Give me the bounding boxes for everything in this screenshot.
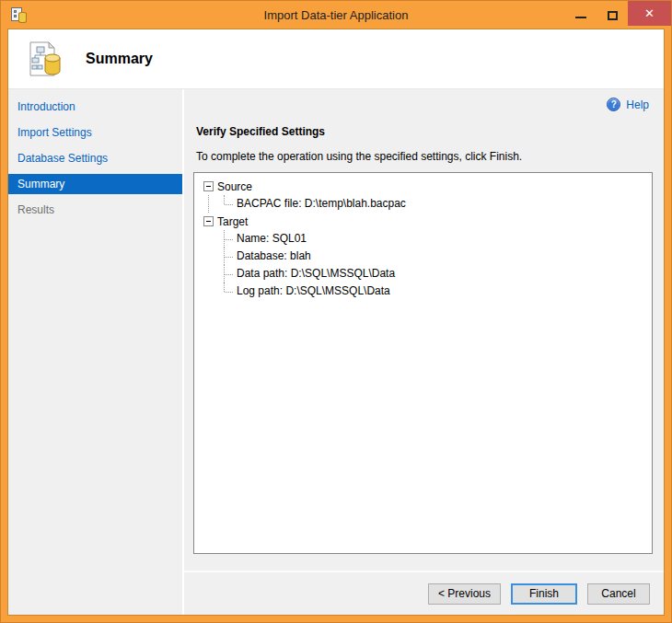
tree-collapse-icon[interactable] xyxy=(203,181,214,191)
tree-children-group: BACPAC file: D:\temp\blah.bacpac xyxy=(194,195,648,213)
tree-collapse-icon[interactable] xyxy=(203,216,214,226)
maximize-button[interactable] xyxy=(597,1,628,29)
tree-leaf-item[interactable]: Data path: D:\SQL\MSSQL\Data xyxy=(194,265,648,283)
tree-leaf-item[interactable]: Name: SQL01 xyxy=(194,230,648,248)
tree-leaf-item[interactable]: BACPAC file: D:\temp\blah.bacpac xyxy=(194,195,648,213)
page-title: Summary xyxy=(86,51,153,67)
import-data-tier-application-window: Import Data-tier Application ✕ Summary xyxy=(0,0,672,623)
tree-node-label: Source xyxy=(217,180,252,193)
close-button[interactable]: ✕ xyxy=(628,1,671,26)
tree-node-source[interactable]: Source xyxy=(194,178,648,195)
wizard-body: IntroductionImport SettingsDatabase Sett… xyxy=(8,89,664,615)
wizard-steps-sidebar: IntroductionImport SettingsDatabase Sett… xyxy=(8,89,184,615)
tree-children-group: Name: SQL01Database: blahData path: D:\S… xyxy=(194,230,648,300)
wizard-header: Summary xyxy=(8,29,664,89)
previous-button[interactable]: < Previous xyxy=(428,583,501,605)
window-body: Summary IntroductionImport SettingsDatab… xyxy=(7,29,665,616)
content-pane: ? Help Verify Specified Settings To comp… xyxy=(184,89,664,615)
close-icon: ✕ xyxy=(644,7,655,19)
maximize-icon xyxy=(608,11,618,20)
cancel-button[interactable]: Cancel xyxy=(587,583,650,605)
tree-leaf-item[interactable]: Log path: D:\SQL\MSSQL\Data xyxy=(194,283,648,300)
finish-button[interactable]: Finish xyxy=(511,583,577,605)
minimize-button[interactable] xyxy=(565,1,597,29)
content-main: ? Help Verify Specified Settings To comp… xyxy=(184,89,664,571)
help-row: ? Help xyxy=(184,89,664,111)
sidebar-item-results: Results xyxy=(8,200,182,220)
help-link[interactable]: Help xyxy=(626,98,649,111)
verify-settings-heading: Verify Specified Settings xyxy=(196,125,664,138)
sidebar-item-import-settings[interactable]: Import Settings xyxy=(8,122,182,143)
tree-leaf-item[interactable]: Database: blah xyxy=(194,248,648,265)
summary-page-icon xyxy=(25,40,64,78)
verify-settings-description: To complete the operation using the spec… xyxy=(196,150,664,163)
settings-tree[interactable]: SourceBACPAC file: D:\temp\blah.bacpacTa… xyxy=(193,172,653,554)
tree-node-target[interactable]: Target xyxy=(194,213,648,230)
sidebar-item-summary[interactable]: Summary xyxy=(8,174,182,194)
tree-node-label: Target xyxy=(217,215,248,228)
sidebar-item-introduction[interactable]: Introduction xyxy=(8,97,182,117)
footer-button-bar: < Previous Finish Cancel xyxy=(184,571,664,615)
sidebar-item-database-settings[interactable]: Database Settings xyxy=(8,148,182,168)
titlebar: Import Data-tier Application ✕ xyxy=(1,1,671,29)
window-controls: ✕ xyxy=(565,1,671,29)
help-icon: ? xyxy=(607,98,620,111)
minimize-icon xyxy=(575,17,586,18)
